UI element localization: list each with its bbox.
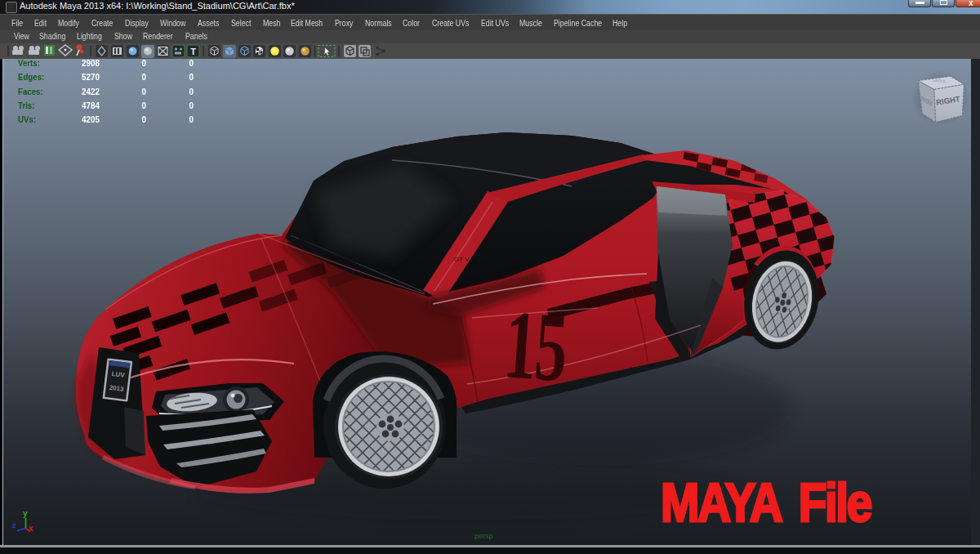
svg-text:TOP: TOP <box>932 79 946 83</box>
svg-text:GT V: GT V <box>454 256 470 263</box>
svg-text:x: x <box>29 524 33 533</box>
svg-text:y: y <box>23 509 28 518</box>
svg-text:15: 15 <box>501 289 569 402</box>
svg-text:z: z <box>12 521 16 529</box>
